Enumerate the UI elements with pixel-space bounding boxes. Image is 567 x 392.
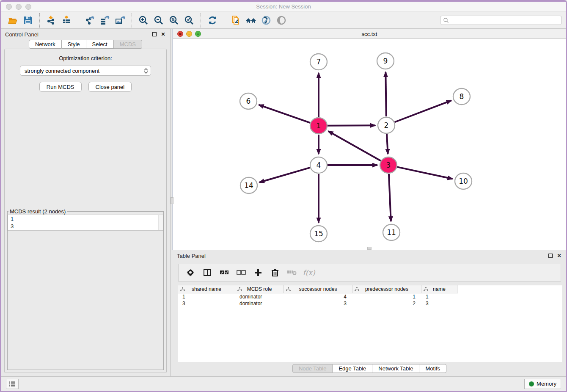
node-15[interactable]: 15 <box>310 226 327 242</box>
edge-2-3[interactable] <box>387 134 388 154</box>
search-input[interactable] <box>449 17 561 24</box>
tab-select[interactable]: Select <box>86 40 114 49</box>
node-2[interactable]: 2 <box>378 117 395 133</box>
node-4[interactable]: 4 <box>310 157 327 173</box>
column-header-MCDS-role[interactable]: MCDS role <box>235 285 284 293</box>
node-9[interactable]: 9 <box>377 53 394 69</box>
zoom-selected-icon[interactable] <box>183 14 195 27</box>
memory-button[interactable]: Memory <box>524 379 561 389</box>
node-table[interactable]: shared nameMCDS rolesuccessor nodesprede… <box>178 285 562 362</box>
table-cell[interactable]: 1 <box>178 293 235 300</box>
table-cell[interactable]: 1 <box>421 293 457 300</box>
delete-columns-icon[interactable] <box>270 267 281 278</box>
node-1[interactable]: 1 <box>310 118 327 134</box>
tab-motifs[interactable]: Motifs <box>419 364 446 373</box>
export-network-icon[interactable] <box>83 14 96 27</box>
column-header-successor-nodes[interactable]: successor nodes <box>284 285 352 293</box>
close-network-button[interactable]: ✕ <box>177 31 183 37</box>
svg-text:9: 9 <box>383 57 388 65</box>
maximize-network-button[interactable]: + <box>195 31 201 37</box>
deselect-all-columns-icon[interactable] <box>236 267 247 278</box>
column-header-shared-name[interactable]: shared name <box>178 285 235 293</box>
import-table-icon[interactable] <box>60 14 73 27</box>
node-7[interactable]: 7 <box>310 54 327 70</box>
result-scrollbar[interactable] <box>158 215 163 230</box>
optimization-criterion-select[interactable]: strongly connected component <box>20 66 151 76</box>
close-panel-button[interactable]: Close panel <box>88 82 132 92</box>
hide-graphics-details-icon[interactable] <box>260 14 272 27</box>
function-builder-icon[interactable]: f(x) <box>303 267 314 278</box>
node-6[interactable]: 6 <box>240 93 257 109</box>
import-network-icon[interactable] <box>45 14 58 27</box>
panel-split-divider[interactable] <box>170 29 173 376</box>
float-panel-icon[interactable] <box>151 32 157 37</box>
refresh-layout-icon[interactable] <box>206 14 219 27</box>
edge-3-1[interactable] <box>328 131 381 161</box>
network-graph[interactable]: 7968124314101511 <box>173 39 566 250</box>
table-cell[interactable]: dominator <box>235 300 284 307</box>
run-mcds-button[interactable]: Run MCDS <box>39 82 82 92</box>
window-title: Session: New Session <box>1 3 566 10</box>
column-header-name[interactable]: name <box>421 285 457 293</box>
table-row[interactable]: 1dominator411 <box>178 293 562 300</box>
save-session-icon[interactable] <box>22 14 34 27</box>
edge-1-6[interactable] <box>259 105 311 123</box>
copy-network-icon[interactable] <box>229 14 242 27</box>
table-header-row: shared nameMCDS rolesuccessor nodesprede… <box>178 285 458 293</box>
export-table-icon[interactable] <box>99 14 111 27</box>
edge-2-8[interactable] <box>395 100 451 122</box>
task-history-button[interactable] <box>6 379 19 389</box>
zoom-in-icon[interactable] <box>137 14 150 27</box>
node-11[interactable]: 11 <box>383 224 400 240</box>
table-cell[interactable]: dominator <box>235 293 284 300</box>
add-column-icon[interactable] <box>253 267 264 278</box>
birds-eye-view-icon[interactable] <box>275 14 288 27</box>
table-body: 1dominator4113dominator323 <box>178 293 562 307</box>
edge-3-11[interactable] <box>389 174 391 221</box>
table-cell[interactable]: 2 <box>352 300 421 307</box>
table-cell[interactable]: 3 <box>284 300 352 307</box>
tab-node-table[interactable]: Node Table <box>292 364 333 373</box>
svg-text:14: 14 <box>244 181 253 190</box>
export-image-icon[interactable] <box>114 14 127 27</box>
table-cell[interactable]: 3 <box>178 300 235 307</box>
node-8[interactable]: 8 <box>453 88 470 105</box>
tab-edge-table[interactable]: Edge Table <box>333 364 372 373</box>
show-column-panel-icon[interactable] <box>202 267 213 278</box>
column-header-predecessor-nodes[interactable]: predecessor nodes <box>352 285 421 293</box>
network-window-controls[interactable]: ✕ − + <box>177 31 201 37</box>
control-panel-title: Control Panel <box>5 31 39 38</box>
close-table-panel-icon[interactable]: ✕ <box>556 253 562 259</box>
node-10[interactable]: 10 <box>455 173 472 189</box>
mcds-result-area[interactable]: 1 3 <box>8 215 163 231</box>
selected-criterion: strongly connected component <box>25 68 143 74</box>
edge-4-14[interactable] <box>259 168 310 182</box>
tab-mcds[interactable]: MCDS <box>114 40 142 49</box>
memory-label: Memory <box>537 381 556 387</box>
table-row[interactable]: 3dominator323 <box>178 300 562 307</box>
open-session-icon[interactable] <box>6 14 19 27</box>
edge-2-9[interactable] <box>385 72 386 116</box>
zoom-out-icon[interactable] <box>152 14 165 27</box>
search-field[interactable] <box>440 16 562 25</box>
delete-table-icon[interactable] <box>286 267 297 278</box>
tab-network-table[interactable]: Network Table <box>372 364 419 373</box>
float-table-panel-icon[interactable] <box>548 253 553 259</box>
horizontal-split-grip[interactable] <box>367 247 372 250</box>
table-cell[interactable]: 4 <box>284 293 352 300</box>
table-cell[interactable]: 1 <box>352 293 421 300</box>
first-neighbors-icon[interactable] <box>245 14 257 27</box>
edge-1-2[interactable] <box>328 125 375 126</box>
zoom-fit-icon[interactable] <box>168 14 180 27</box>
network-canvas[interactable]: 7968124314101511 <box>173 39 566 250</box>
select-all-columns-icon[interactable] <box>219 267 230 278</box>
table-cell[interactable]: 3 <box>421 300 457 307</box>
edge-3-10[interactable] <box>397 167 453 179</box>
tab-network[interactable]: Network <box>29 40 62 49</box>
node-14[interactable]: 14 <box>240 177 257 193</box>
tab-style[interactable]: Style <box>62 40 86 49</box>
settings-gear-icon[interactable] <box>185 267 196 278</box>
node-3[interactable]: 3 <box>380 157 397 173</box>
minimize-network-button[interactable]: − <box>186 31 192 37</box>
close-panel-icon[interactable]: ✕ <box>160 32 166 37</box>
